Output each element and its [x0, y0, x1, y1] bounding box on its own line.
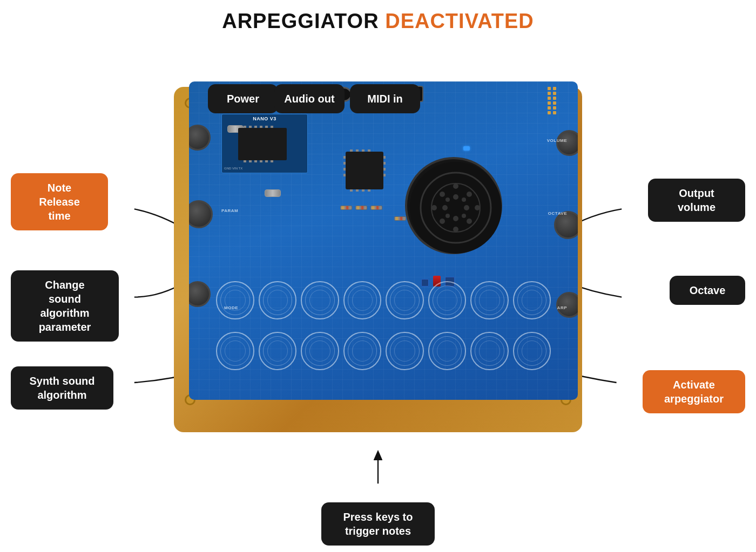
pin-headers: [548, 87, 556, 114]
knob-left-mid[interactable]: [189, 200, 213, 228]
svg-point-8: [453, 183, 458, 189]
svg-point-5: [410, 162, 502, 254]
svg-point-19: [464, 205, 469, 210]
title-part2: DEACTIVATED: [385, 10, 534, 32]
led: [463, 146, 470, 151]
midi-in-label: MIDI in: [350, 84, 420, 113]
main-chip: [238, 128, 287, 160]
power-label: Power: [208, 84, 278, 113]
svg-point-9: [453, 227, 458, 232]
svg-point-23: [462, 214, 466, 218]
touch-pad-7[interactable]: [470, 281, 509, 319]
touch-pad-9[interactable]: [216, 332, 254, 370]
touch-pads: [211, 276, 556, 384]
svg-point-17: [453, 216, 458, 221]
note-release-tooltip: Note Release time: [11, 173, 108, 230]
pcb-wrapper: NANO V3: [184, 81, 572, 438]
arp-label: ARP: [557, 305, 567, 310]
touch-pad-13[interactable]: [386, 332, 424, 370]
ic-chip: [346, 152, 383, 189]
speaker-holes-svg: [407, 159, 504, 256]
touch-pad-4[interactable]: [343, 281, 382, 319]
touch-pad-14[interactable]: [428, 332, 467, 370]
param-label: PARAM: [221, 208, 238, 213]
svg-point-16: [453, 194, 458, 200]
touch-pad-11[interactable]: [301, 332, 339, 370]
svg-point-14: [440, 219, 445, 224]
svg-point-22: [446, 214, 450, 218]
touch-pad-12[interactable]: [343, 332, 382, 370]
title-part1: ARPEGGIATOR: [222, 10, 385, 32]
pcb-board: NANO V3: [189, 81, 578, 400]
touch-pad-16[interactable]: [513, 332, 551, 370]
main-container: NANO V3: [0, 33, 756, 551]
output-volume-tooltip: Output volume: [648, 179, 745, 222]
svg-point-15: [467, 219, 472, 224]
touch-pad-6[interactable]: [428, 281, 467, 319]
svg-point-12: [440, 192, 445, 197]
oscillator: [265, 189, 281, 197]
svg-point-18: [442, 205, 448, 210]
synth-sound-tooltip: Synth sound algorithm: [11, 366, 113, 410]
audio-out-label: Audio out: [274, 84, 345, 113]
touch-pad-10[interactable]: [259, 332, 297, 370]
octave-tooltip: Octave: [670, 276, 745, 305]
arp-knob[interactable]: [556, 292, 578, 318]
page-title: ARPEGGIATOR DEACTIVATED: [0, 0, 756, 33]
press-keys-tooltip: Press keys to trigger notes: [321, 502, 435, 546]
touch-pad-15[interactable]: [470, 332, 509, 370]
volume-label: VOLUME: [547, 138, 567, 143]
knob-left-bot[interactable]: [189, 281, 211, 307]
knob-right-top[interactable]: [556, 130, 578, 156]
touch-pad-1[interactable]: [216, 281, 254, 319]
touch-pad-2[interactable]: [259, 281, 297, 319]
touch-pad-3[interactable]: [301, 281, 339, 319]
svg-point-13: [467, 192, 472, 197]
touch-pad-8[interactable]: [513, 281, 551, 319]
speaker: [405, 157, 502, 254]
nano-label: NANO V3: [222, 114, 307, 121]
change-sound-tooltip: Change sound algorithm parameter: [11, 270, 119, 342]
activate-arp-tooltip: Activate arpeggiator: [643, 370, 745, 413]
knob-left-top[interactable]: [189, 125, 211, 151]
svg-point-20: [446, 197, 450, 202]
svg-point-11: [475, 205, 480, 210]
nano-chip-area: NANO V3: [221, 114, 308, 173]
resistors-row1: [340, 206, 382, 210]
touch-pad-5[interactable]: [386, 281, 424, 319]
octave-label: OCTAVE: [548, 211, 567, 216]
svg-point-21: [462, 197, 466, 202]
svg-point-10: [431, 205, 437, 210]
